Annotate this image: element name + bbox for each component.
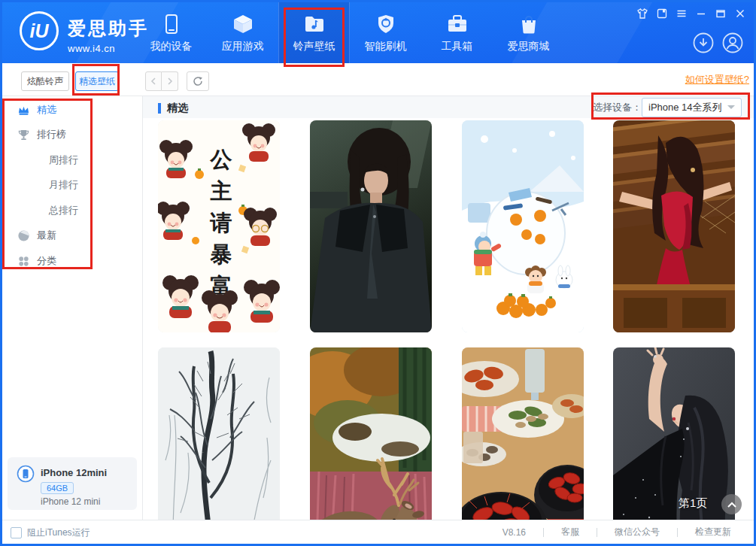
- svg-text:主: 主: [210, 178, 232, 204]
- sidebar-item-latest[interactable]: 最新: [0, 225, 141, 246]
- sidebar-label: 排行榜: [37, 128, 66, 141]
- tab-cool-ringtones[interactable]: 炫酷铃声: [21, 71, 69, 91]
- device-name: iPhone 12mini: [41, 467, 107, 478]
- wallpaper-art: [613, 347, 735, 520]
- device-filter-label: 选择设备：: [593, 101, 642, 114]
- sidebar-item-total-ranking[interactable]: 总排行: [0, 200, 141, 221]
- refresh-icon[interactable]: [187, 71, 209, 91]
- nav-item-apps-games[interactable]: 应用游戏: [207, 0, 278, 63]
- device-capacity-badge: 64GB: [41, 482, 74, 494]
- nav-item-ringtones-wallpapers[interactable]: 铃声壁纸: [278, 0, 350, 63]
- device-filter: 选择设备： iPhone 14全系列: [593, 97, 742, 117]
- trophy-icon: [17, 129, 30, 141]
- wallpaper-thumbnail-deer[interactable]: [310, 347, 432, 520]
- i4-logo: iU: [20, 11, 59, 50]
- device-select-dropdown[interactable]: iPhone 14全系列: [642, 98, 742, 117]
- phone-icon: [160, 13, 183, 35]
- wallpaper-content: 精选 选择设备： iPhone 14全系列 公 主 请 暴 富: [143, 96, 756, 520]
- sidebar-label: 最新: [37, 229, 56, 242]
- wallpaper-thumbnail-princess-cartoon[interactable]: 公 主 请 暴 富: [158, 120, 280, 332]
- nav-item-flash[interactable]: 智能刷机: [350, 0, 421, 63]
- wallpaper-art: [158, 347, 280, 520]
- toolbar: 炫酷铃声 精选壁纸 如何设置壁纸?: [0, 63, 756, 96]
- title-bar: iU 爱思助手 www.i4.cn 我的设备 应用游戏 铃声壁纸 智能刷机: [0, 0, 756, 63]
- nav-label: 智能刷机: [365, 40, 407, 53]
- category-grid-icon: [17, 255, 30, 268]
- download-icon[interactable]: [693, 32, 714, 53]
- cube-icon: [232, 13, 254, 35]
- maximize-icon[interactable]: [714, 7, 727, 20]
- sidebar-label: 分类: [37, 254, 56, 268]
- checkbox-label: 阻止iTunes运行: [27, 526, 90, 539]
- sidebar-item-monthly-ranking[interactable]: 月排行: [0, 174, 141, 196]
- customer-service-link[interactable]: 客服: [544, 526, 597, 538]
- wallpaper-thumbnail-winter-trees[interactable]: [158, 347, 280, 520]
- back-icon[interactable]: [145, 71, 162, 91]
- history-buttons: [145, 71, 178, 91]
- main-nav: 我的设备 应用游戏 铃声壁纸 智能刷机 工具箱 爱思商城: [135, 0, 564, 63]
- theme-shirt-icon[interactable]: [636, 7, 648, 20]
- shield-refresh-icon: [375, 13, 397, 35]
- nav-item-store[interactable]: 爱思商城: [493, 0, 564, 63]
- header-quick-actions: [693, 32, 743, 53]
- block-itunes-checkbox[interactable]: 阻止iTunes运行: [11, 526, 90, 539]
- device-phone-icon: [17, 465, 35, 483]
- svg-text:请: 请: [210, 210, 232, 235]
- sidebar-label: 月排行: [49, 178, 78, 192]
- version-text: V8.16: [485, 527, 543, 538]
- sidebar-item-featured[interactable]: 精选: [0, 99, 141, 120]
- nav-label: 爱思商城: [508, 40, 550, 53]
- status-bar: 阻止iTunes运行 V8.16 客服 微信公众号 检查更新: [0, 520, 756, 544]
- sidebar-label: 总排行: [49, 204, 78, 217]
- wallpaper-thumbnail-black-dress[interactable]: [613, 347, 735, 520]
- wechat-official-link[interactable]: 微信公众号: [597, 526, 677, 538]
- shopping-bag-icon: [518, 13, 540, 35]
- nav-item-my-devices[interactable]: 我的设备: [135, 0, 207, 63]
- status-bar-right: V8.16 客服 微信公众号 检查更新: [485, 520, 748, 544]
- chevron-down-icon: [727, 105, 735, 109]
- minimize-icon[interactable]: [694, 7, 707, 20]
- svg-text:公: 公: [210, 147, 233, 172]
- wallpaper-thumbnail-crayfish-feast[interactable]: [462, 347, 584, 520]
- nav-item-toolbox[interactable]: 工具箱: [421, 0, 493, 63]
- section-title: 精选: [158, 102, 188, 115]
- section-header: 精选 选择设备： iPhone 14全系列: [143, 96, 756, 118]
- toolbox-icon: [446, 13, 469, 35]
- i4-logo-text: iU: [30, 20, 49, 42]
- page-indicator: 第1页: [679, 496, 707, 511]
- device-select-value: iPhone 14全系列: [648, 101, 727, 114]
- wallpaper-thumbnail-red-dress[interactable]: [613, 120, 735, 332]
- nav-label: 工具箱: [442, 40, 473, 53]
- changelog-icon[interactable]: [655, 7, 668, 20]
- wallpaper-art: [310, 347, 432, 520]
- nav-label: 我的设备: [150, 40, 193, 53]
- i4-assistant-window: iU 爱思助手 www.i4.cn 我的设备 应用游戏 铃声壁纸 智能刷机: [0, 0, 756, 546]
- checkbox-icon: [11, 527, 22, 538]
- wallpaper-art: 公 主 请 暴 富: [158, 120, 280, 332]
- latest-icon: [17, 229, 30, 242]
- window-controls: [636, 7, 746, 20]
- connected-device-card[interactable]: iPhone 12mini 64GB iPhone 12 mini: [8, 457, 137, 510]
- sidebar-item-weekly-ranking[interactable]: 周排行: [0, 150, 141, 171]
- wallpaper-art: [613, 120, 735, 332]
- sidebar-item-rankings[interactable]: 排行榜: [0, 124, 141, 145]
- scroll-top-icon[interactable]: [721, 494, 742, 514]
- wallpaper-art: [310, 120, 432, 332]
- crown-icon: [17, 104, 30, 117]
- tab-featured-wallpapers[interactable]: 精选壁纸: [75, 71, 119, 91]
- close-icon[interactable]: [733, 7, 746, 20]
- nav-label: 应用游戏: [222, 40, 264, 53]
- sidebar-label: 周排行: [49, 153, 78, 167]
- folder-music-icon: [303, 13, 326, 35]
- menu-icon[interactable]: [675, 7, 688, 20]
- avatar-icon[interactable]: [722, 32, 743, 53]
- wallpaper-art: [462, 120, 584, 332]
- sidebar-item-categories[interactable]: 分类: [0, 250, 141, 271]
- wallpaper-thumbnail-dark-portrait[interactable]: [310, 120, 432, 332]
- sidebar: 精选 排行榜 周排行 月排行 总排行 最新 分类 iPhone 12mini 6…: [0, 96, 143, 520]
- wallpaper-thumbnail-snowman-cartoon[interactable]: [462, 120, 584, 332]
- how-to-set-wallpaper-link[interactable]: 如何设置壁纸?: [685, 73, 749, 86]
- check-update-link[interactable]: 检查更新: [678, 526, 748, 538]
- nav-label: 铃声壁纸: [293, 40, 335, 53]
- forward-icon[interactable]: [162, 71, 178, 91]
